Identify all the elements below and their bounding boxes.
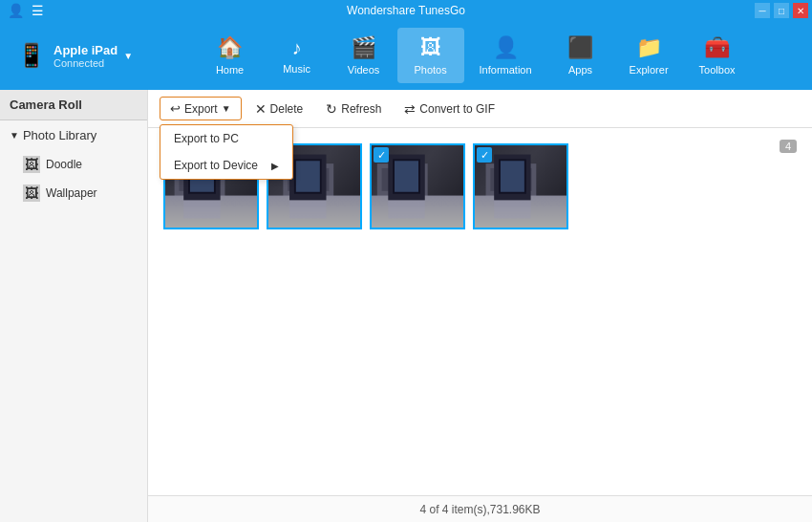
sidebar-group-photo-library[interactable]: ▼ Photo Library	[0, 120, 147, 150]
export-to-pc-label: Export to PC	[174, 132, 239, 145]
submenu-arrow: ▶	[271, 161, 279, 171]
device-dropdown-arrow[interactable]: ▼	[123, 51, 133, 61]
nav-item-information[interactable]: 👤 Information	[464, 28, 547, 83]
photo-count-badge: 4	[780, 140, 797, 153]
nav-item-explorer[interactable]: 📁 Explorer	[614, 28, 684, 83]
nav-label-toolbox: Toolbox	[699, 64, 736, 76]
status-text: 4 of 4 item(s),731.96KB	[419, 503, 540, 516]
refresh-button[interactable]: ↻ Refresh	[316, 98, 391, 120]
device-status: Connected	[53, 57, 118, 69]
refresh-label: Refresh	[341, 102, 381, 116]
music-icon: ♪	[292, 37, 302, 59]
nav-item-home[interactable]: 🏠 Home	[197, 28, 264, 83]
nav-label-photos: Photos	[414, 64, 446, 76]
export-label: Export	[184, 102, 218, 116]
app-title: Wondershare TunesGo	[347, 4, 465, 17]
menu-icon[interactable]: ☰	[32, 3, 44, 18]
convert-gif-button[interactable]: ⇄ Convert to GIF	[395, 98, 504, 120]
sidebar-item-doodle[interactable]: 🖼 Doodle	[0, 150, 147, 179]
maximize-button[interactable]: □	[774, 3, 789, 18]
title-bar: 👤 ☰ Wondershare TunesGo ─ □ ✕	[0, 0, 812, 21]
home-icon: 🏠	[217, 35, 243, 60]
toolbar: ↩ Export ▼ Export to PC Export to Device…	[148, 90, 812, 128]
nav-item-apps[interactable]: ⬛ Apps	[547, 28, 614, 83]
explorer-icon: 📁	[636, 35, 662, 60]
export-to-device-item[interactable]: Export to Device ▶	[160, 152, 292, 179]
nav-label-music: Music	[283, 63, 310, 75]
sidebar: Camera Roll ▼ Photo Library 🖼 Doodle 🖼 W…	[0, 90, 148, 522]
minimize-button[interactable]: ─	[755, 3, 770, 18]
content-area: ↩ Export ▼ Export to PC Export to Device…	[148, 90, 812, 522]
photo-library-arrow: ▼	[10, 130, 19, 141]
apps-icon: ⬛	[567, 35, 593, 60]
nav-label-videos: Videos	[348, 64, 379, 76]
nav-items: 🏠 Home ♪ Music 🎬 Videos 🖼 Photos 👤 Infor…	[142, 28, 804, 83]
device-name: Apple iPad	[53, 43, 118, 57]
delete-button[interactable]: ✕ Delete	[246, 98, 313, 120]
information-icon: 👤	[493, 35, 519, 60]
sidebar-section-camera-roll[interactable]: Camera Roll	[0, 90, 147, 120]
sidebar-group-label: Photo Library	[23, 128, 96, 142]
photo-check-3: ✓	[374, 147, 389, 163]
nav-label-apps: Apps	[568, 64, 592, 76]
sidebar-item-wallpaper-label: Wallpaper	[46, 186, 97, 200]
export-to-device-label: Export to Device	[174, 159, 258, 172]
photo-check-4: ✓	[477, 147, 492, 163]
photo-grid: 4 ✓ ✓ ✓ ✓	[148, 128, 812, 495]
nav-bar: 📱 Apple iPad Connected ▼ 🏠 Home ♪ Music …	[0, 21, 812, 90]
doodle-thumb-icon: 🖼	[23, 156, 40, 173]
toolbox-icon: 🧰	[704, 35, 730, 60]
photo-item-4[interactable]: ✓	[473, 143, 568, 229]
sidebar-item-wallpaper[interactable]: 🖼 Wallpaper	[0, 179, 147, 207]
export-to-pc-item[interactable]: Export to PC	[160, 125, 292, 152]
device-icon: 📱	[17, 42, 46, 69]
window-controls: ─ □ ✕	[755, 3, 808, 18]
photo-item-3[interactable]: ✓	[370, 143, 465, 229]
videos-icon: 🎬	[351, 35, 376, 60]
export-dropdown-menu: Export to PC Export to Device ▶	[160, 124, 293, 180]
main-layout: Camera Roll ▼ Photo Library 🖼 Doodle 🖼 W…	[0, 90, 812, 522]
sidebar-item-doodle-label: Doodle	[46, 158, 82, 171]
status-bar: 4 of 4 item(s),731.96KB	[148, 495, 812, 522]
title-bar-left: 👤 ☰	[8, 3, 44, 18]
wallpaper-thumb-icon: 🖼	[23, 185, 40, 202]
export-button[interactable]: ↩ Export ▼	[160, 97, 242, 120]
convert-label: Convert to GIF	[419, 102, 495, 116]
close-button[interactable]: ✕	[793, 3, 808, 18]
export-icon: ↩	[170, 101, 181, 116]
convert-icon: ⇄	[404, 101, 416, 117]
nav-item-music[interactable]: ♪ Music	[264, 28, 331, 83]
user-icon[interactable]: 👤	[8, 3, 24, 18]
nav-label-information: Information	[480, 64, 532, 76]
refresh-icon: ↻	[326, 101, 337, 117]
device-info[interactable]: 📱 Apple iPad Connected ▼	[8, 42, 142, 69]
nav-item-photos[interactable]: 🖼 Photos	[397, 28, 464, 83]
nav-label-explorer: Explorer	[630, 64, 669, 76]
nav-label-home: Home	[216, 64, 244, 76]
delete-icon: ✕	[255, 101, 267, 117]
nav-item-toolbox[interactable]: 🧰 Toolbox	[684, 28, 751, 83]
delete-label: Delete	[270, 102, 304, 116]
nav-item-videos[interactable]: 🎬 Videos	[331, 28, 397, 83]
export-dropdown-arrow: ▼	[222, 103, 231, 114]
photos-icon: 🖼	[420, 35, 441, 60]
